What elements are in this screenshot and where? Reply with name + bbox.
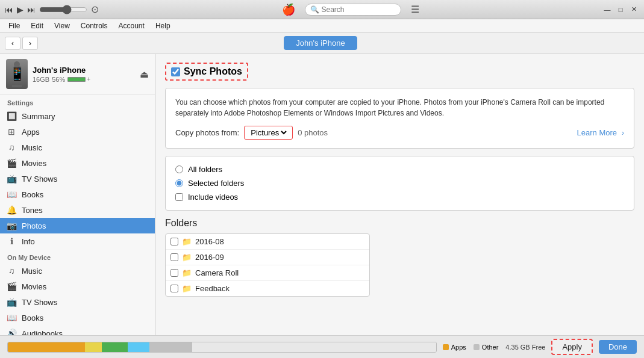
list-view-icon[interactable]: ☰ <box>411 4 419 15</box>
on-device-section-label: On My Device <box>0 249 155 263</box>
sidebar-item-movies[interactable]: 🎬 Movies <box>0 155 155 171</box>
sidebar-item-movies-device[interactable]: 🎬 Movies <box>0 279 155 294</box>
device-capacity-label: 16GB 56% + <box>33 76 135 83</box>
apps-legend-dot <box>443 344 449 350</box>
search-icon: 🔍 <box>310 5 319 14</box>
apply-button[interactable]: Apply <box>551 339 593 355</box>
include-videos-option[interactable]: Include videos <box>175 193 624 202</box>
sync-photos-checkbox[interactable] <box>171 67 180 76</box>
apple-logo-icon: 🍎 <box>282 3 295 16</box>
info-text: You can choose which photos from your co… <box>175 97 624 119</box>
sidebar: 📱 John's iPhone 16GB 56% + ⏏ Settings 🔲 … <box>0 54 155 335</box>
menu-help[interactable]: Help <box>151 20 175 31</box>
folder-name-3: Feedback <box>195 284 230 293</box>
selected-folders-radio[interactable] <box>175 179 183 187</box>
apps-legend-label: Apps <box>451 344 466 351</box>
sidebar-label-apps: Apps <box>22 128 40 137</box>
folders-list: 📁 2016-08 📁 2016-09 📁 Camera Roll <box>165 233 370 297</box>
menu-view[interactable]: View <box>49 20 75 31</box>
sidebar-item-books[interactable]: 📖 Books <box>0 187 155 202</box>
play-button[interactable]: ▶ <box>17 5 23 14</box>
sidebar-label-movies: Movies <box>22 159 46 168</box>
storage-seg-apps <box>8 342 85 352</box>
minimize-button[interactable]: — <box>602 4 613 15</box>
eject-button[interactable]: ⏏ <box>140 69 149 80</box>
sidebar-item-music[interactable]: ♫ Music <box>0 140 155 155</box>
sidebar-item-audiobooks-device[interactable]: 🔊 Audiobooks <box>0 326 155 335</box>
nav-buttons: ‹ › <box>5 37 38 50</box>
nav-back-button[interactable]: ‹ <box>5 37 20 50</box>
music-icon: ♫ <box>6 142 17 153</box>
transport-controls: ⏮ ▶ ⏭ ⊙ <box>5 4 99 15</box>
include-videos-checkbox[interactable] <box>175 193 183 201</box>
close-button[interactable]: ✕ <box>628 4 639 15</box>
sidebar-item-info[interactable]: ℹ Info <box>0 233 155 249</box>
all-folders-label: All folders <box>188 165 222 174</box>
search-input[interactable] <box>322 5 396 14</box>
sidebar-item-photos[interactable]: 📷 Photos <box>0 218 155 233</box>
sidebar-item-apps[interactable]: ⊞ Apps <box>0 124 155 140</box>
window-controls: — □ ✕ <box>602 4 639 15</box>
sidebar-item-books-device[interactable]: 📖 Books <box>0 310 155 326</box>
sidebar-item-summary[interactable]: 🔲 Summary <box>0 108 155 124</box>
all-folders-option[interactable]: All folders <box>175 165 624 174</box>
menu-edit[interactable]: Edit <box>26 20 48 31</box>
sidebar-item-tv-shows[interactable]: 📺 TV Shows <box>0 171 155 187</box>
volume-slider[interactable] <box>39 5 87 14</box>
tones-icon: 🔔 <box>6 205 17 215</box>
folder-icon-1: 📁 <box>182 253 192 262</box>
menu-account[interactable]: Account <box>114 20 149 31</box>
apps-icon: ⊞ <box>6 126 17 137</box>
menu-controls[interactable]: Controls <box>76 20 113 31</box>
info-box: You can choose which photos from your co… <box>165 88 634 149</box>
learn-more-link[interactable]: Learn More <box>577 128 617 137</box>
sidebar-label-books2: Books <box>22 313 43 323</box>
sync-photos-header: Sync Photos <box>165 63 634 81</box>
folder-checkbox-0[interactable] <box>170 238 178 245</box>
search-box[interactable]: 🔍 <box>305 4 401 16</box>
sidebar-label-music: Music <box>22 143 42 152</box>
copy-from-label: Copy photos from: <box>175 128 239 137</box>
books-icon: 📖 <box>6 189 17 200</box>
sidebar-item-music-device[interactable]: ♫ Music <box>0 263 155 279</box>
folder-name-2: Camera Roll <box>195 268 239 277</box>
folder-options: All folders Selected folders Include vid… <box>165 156 634 211</box>
folder-checkbox-2[interactable] <box>170 269 178 277</box>
sidebar-label-info: Info <box>22 237 35 246</box>
copy-from-select[interactable]: Pictures <box>244 126 293 140</box>
sidebar-label-books: Books <box>22 190 43 199</box>
sidebar-item-tones[interactable]: 🔔 Tones <box>0 202 155 218</box>
done-button[interactable]: Done <box>599 340 637 354</box>
sync-photos-label[interactable]: Sync Photos <box>165 63 248 81</box>
forward-button[interactable]: ⏭ <box>27 5 36 14</box>
storage-seg-yellow <box>85 342 102 352</box>
all-folders-radio[interactable] <box>175 165 183 173</box>
photos-icon: 📷 <box>6 220 17 231</box>
maximize-button[interactable]: □ <box>615 4 626 15</box>
folder-icon-3: 📁 <box>182 284 192 293</box>
folder-checkbox-3[interactable] <box>170 285 178 292</box>
folder-item[interactable]: 📁 2016-09 <box>166 250 369 265</box>
apps-legend: Apps <box>443 344 466 351</box>
menu-file[interactable]: File <box>4 20 25 31</box>
sidebar-label-summary: Summary <box>22 112 55 121</box>
movies2-icon: 🎬 <box>6 281 17 292</box>
other-legend-label: Other <box>482 344 499 351</box>
selected-folders-option[interactable]: Selected folders <box>175 179 624 188</box>
photos-count: 0 photos <box>298 128 328 137</box>
folder-checkbox-1[interactable] <box>170 253 178 261</box>
device-icon: 📱 <box>6 59 28 89</box>
selected-folders-label: Selected folders <box>188 179 244 188</box>
music2-icon: ♫ <box>6 265 17 276</box>
device-header: 📱 John's iPhone 16GB 56% + ⏏ <box>0 54 155 94</box>
rewind-button[interactable]: ⏮ <box>5 5 13 14</box>
sidebar-label-tv-shows: TV Shows <box>22 174 57 184</box>
nav-forward-button[interactable]: › <box>22 37 38 50</box>
sidebar-item-tv-device[interactable]: 📺 TV Shows <box>0 294 155 310</box>
folder-item[interactable]: 📁 Feedback <box>166 281 369 296</box>
battery-bar: + <box>67 76 90 82</box>
free-space-label: 4.35 GB Free <box>505 344 545 351</box>
folder-item[interactable]: 📁 2016-08 <box>166 234 369 250</box>
copy-from-dropdown[interactable]: Pictures <box>248 128 289 138</box>
folder-item[interactable]: 📁 Camera Roll <box>166 265 369 281</box>
